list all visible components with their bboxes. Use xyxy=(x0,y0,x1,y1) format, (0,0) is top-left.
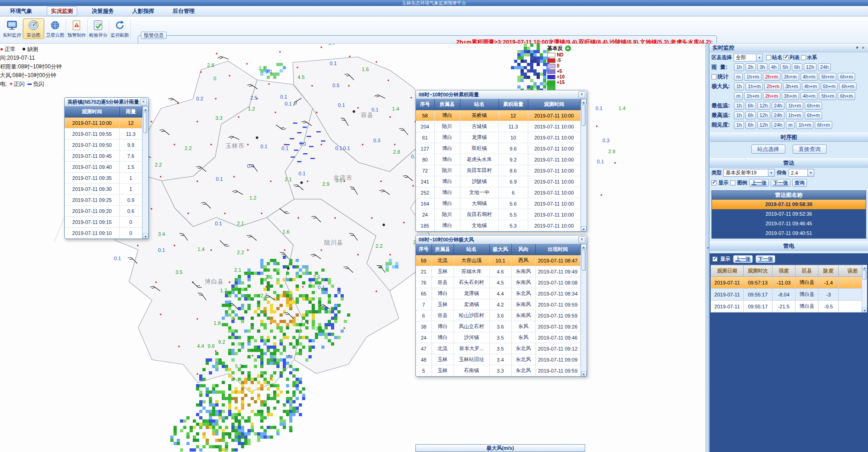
period-button[interactable]: 6h xyxy=(792,63,802,71)
toolbar-monitor-button[interactable]: 实时监控 xyxy=(1,18,22,39)
table-row[interactable]: 24博白沙河镇3.5东风2019-07-11 09:46 xyxy=(416,332,580,343)
period-button[interactable]: 6h xyxy=(745,112,756,119)
period-button[interactable]: 4h+m xyxy=(801,73,818,81)
toolbar-radar-button[interactable]: 雷达图 xyxy=(23,18,44,39)
table-row[interactable]: 185博白文地镇5.32019-07-11 10:00 xyxy=(416,220,580,231)
scroll-up-icon[interactable]: ▲ xyxy=(143,106,148,112)
table-row[interactable]: 76容县石头石剑村4.5东南风2019-07-11 08:08 xyxy=(416,277,580,288)
column-header[interactable]: 观测时次 xyxy=(744,265,773,277)
panel-splitter[interactable]: ◄ xyxy=(706,44,710,452)
column-header[interactable]: 所属县 xyxy=(431,244,454,255)
direct-query-button[interactable]: 直接查询 xyxy=(793,145,827,154)
maxwind-chart-window[interactable]: 极大风(m/s) xyxy=(415,444,585,452)
scrollbar[interactable]: ▲ ▼ xyxy=(142,106,148,239)
column-header[interactable]: 雨量 xyxy=(119,106,142,117)
menu-tab[interactable]: 决策服务 xyxy=(88,7,118,16)
radar-image-item[interactable]: 2019-07-11 09:58:30 xyxy=(712,200,866,209)
period-button[interactable]: 1h xyxy=(734,63,744,71)
period-button[interactable]: 24h xyxy=(772,102,784,110)
elevation-select[interactable]: 2.4 xyxy=(789,169,814,177)
column-header[interactable]: 陡度 xyxy=(818,265,839,277)
period-button[interactable]: 12h xyxy=(804,63,817,71)
pin-icon[interactable]: ▼ xyxy=(854,45,860,51)
column-header[interactable]: 所属县 xyxy=(434,99,460,110)
period-button[interactable]: 12h xyxy=(757,102,770,110)
scrollbar[interactable]: ▲ ▼ xyxy=(581,99,587,231)
radar-image-item[interactable]: 2019-07-11 09:52:36 xyxy=(712,209,866,219)
table-row[interactable]: 47北流新丰大罗...3.5东北风2019-07-11 09:12 xyxy=(416,343,580,354)
period-button[interactable]: 1h+m xyxy=(744,92,762,100)
scroll-up-icon[interactable]: ▲ xyxy=(862,265,867,270)
scroll-down-icon[interactable]: ▼ xyxy=(862,307,867,312)
view-checkbox[interactable] xyxy=(766,55,771,60)
table-row[interactable]: 2019-07-11 10:0012 xyxy=(65,117,142,128)
period-button[interactable]: 6h+m xyxy=(805,112,822,119)
scroll-thumb[interactable] xyxy=(143,112,147,133)
menu-tab[interactable]: 环境气象 xyxy=(6,7,36,16)
scroll-up-icon[interactable]: ▲ xyxy=(581,244,587,249)
close-icon[interactable]: × xyxy=(578,236,585,243)
period-button[interactable]: 6h xyxy=(745,102,756,110)
column-header[interactable]: 站名 xyxy=(460,99,498,110)
column-header[interactable]: 出现时间 xyxy=(535,244,580,255)
station-select-button[interactable]: 站点选择 xyxy=(751,145,785,154)
period-button[interactable]: 1h+m xyxy=(786,102,803,110)
period-button[interactable]: 5h+m xyxy=(819,73,836,81)
view-checkbox[interactable] xyxy=(784,55,789,60)
scroll-thumb[interactable] xyxy=(862,270,867,279)
column-header[interactable]: 累积雨量 xyxy=(498,99,528,110)
cumulative-rain-popup[interactable]: 08时~10时00分钟累积雨量 × 序号所属县站名累积雨量观测时间58博白英桥镇… xyxy=(415,90,587,232)
table-row[interactable]: 2019-07-11 09:509.9 xyxy=(65,140,142,151)
period-button[interactable]: 3h xyxy=(757,63,767,71)
period-button[interactable]: 1h xyxy=(734,112,744,119)
toolbar-refresh-button[interactable]: 监控刷新 xyxy=(109,18,130,39)
table-row[interactable]: 2019-07-11 09:351 xyxy=(65,173,142,184)
column-header[interactable]: 强度 xyxy=(772,265,795,277)
period-button[interactable]: 1h+m xyxy=(796,121,813,129)
table-row[interactable]: 2019-07-11 09:457.6 xyxy=(65,151,142,162)
show-checkbox[interactable] xyxy=(711,180,717,185)
table-row[interactable]: 58博白英桥镇122019-07-11 10:00 xyxy=(416,110,580,121)
next-image-button[interactable]: 下一张 xyxy=(771,179,790,187)
scrollbar[interactable]: ▲ ▼ xyxy=(581,244,587,376)
period-button[interactable]: 24h xyxy=(772,112,784,119)
popup-titlebar[interactable]: 英桥镇(N5702)逐5分钟累计雨量 × xyxy=(65,98,148,106)
period-button[interactable]: 2h+m xyxy=(764,83,782,90)
period-button[interactable]: 4h+m xyxy=(801,92,818,100)
column-header[interactable]: 风向 xyxy=(511,244,535,255)
table-row[interactable]: 2019-07-11 09:401.5 xyxy=(65,162,142,173)
period-button[interactable]: 3h+m xyxy=(782,73,799,81)
table-row[interactable]: 5玉林石南镇3.3东北风2019-07-11 09:59 xyxy=(416,365,580,376)
period-button[interactable]: 5h xyxy=(780,63,790,71)
table-row[interactable]: 2019-07-11 09:250.9 xyxy=(65,195,142,206)
radar-image-item[interactable]: 2019-07-11 09:40:51 xyxy=(712,229,866,238)
period-button[interactable]: 4h xyxy=(769,63,779,71)
period-button[interactable]: 24h xyxy=(772,121,784,129)
table-row[interactable]: 2019-07-1109:55:17-21.5博白县-9.5 xyxy=(711,301,867,312)
period-button[interactable]: 3h+m xyxy=(783,83,801,90)
collapse-icon[interactable]: ◄ xyxy=(706,246,709,249)
radar-image-item[interactable]: 2019-07-11 09:46:45 xyxy=(712,219,866,229)
table-row[interactable]: 252博白文地一中62019-07-11 10:00 xyxy=(416,187,580,198)
table-row[interactable]: 2019-07-11 09:150 xyxy=(65,217,142,228)
scroll-thumb[interactable] xyxy=(582,250,586,271)
legend-checkbox[interactable] xyxy=(730,180,735,185)
table-row[interactable]: 24陆川良田石垌村5.52019-07-11 10:00 xyxy=(416,209,580,220)
period-button[interactable]: 1h+m xyxy=(786,112,803,119)
table-row[interactable]: 72陆川良田车田村8.62019-07-11 10:00 xyxy=(416,165,580,176)
period-button[interactable]: 1h+m xyxy=(744,73,762,81)
column-header[interactable]: 观测日期 xyxy=(711,265,744,277)
close-icon[interactable]: × xyxy=(860,45,866,51)
period-button[interactable]: m xyxy=(734,92,743,100)
table-row[interactable]: 65博白龙潭镇4.4东北风2019-07-11 08:34 xyxy=(416,288,580,299)
period-button[interactable]: 1h xyxy=(734,83,744,90)
period-button[interactable]: 2h+m xyxy=(763,73,780,81)
close-icon[interactable]: × xyxy=(140,99,147,106)
period-button[interactable]: 3h+m xyxy=(782,92,799,100)
period-button[interactable]: 6h+m xyxy=(839,83,857,90)
period-button[interactable]: 5h+m xyxy=(821,83,838,90)
period-button[interactable]: 24h xyxy=(818,63,831,71)
period-button[interactable]: 6h+m xyxy=(815,121,832,129)
query-button[interactable]: 查询 xyxy=(792,179,807,187)
toolbar-warndoc-button[interactable]: 预警制作 xyxy=(66,18,87,39)
